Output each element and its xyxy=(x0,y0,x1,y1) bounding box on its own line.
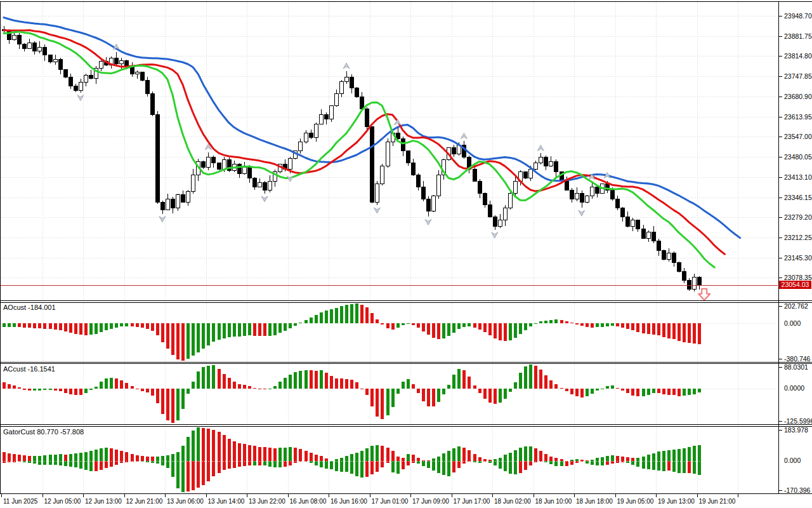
trading-chart-window: 23948.7023881.7523814.8023747.8523680.90… xyxy=(0,0,812,508)
ao-zero-label: 0.000 xyxy=(784,319,801,327)
fractal-down-icon xyxy=(425,219,431,225)
price-axis-label: 23881.75 xyxy=(784,32,812,40)
price-axis-label: 23212.25 xyxy=(784,234,812,241)
time-axis-label: 13 Jun 14:00 xyxy=(208,498,245,505)
time-axis-label: 19 Jun 21:00 xyxy=(699,498,736,505)
fractal-up-icon xyxy=(537,145,544,150)
ao-min-label: -380.746 xyxy=(784,355,811,363)
price-axis-label: 23279.20 xyxy=(784,213,812,221)
time-axis-label: 18 Jun 10:00 xyxy=(535,498,572,505)
gator-max-label: 183.978 xyxy=(784,426,808,434)
time-axis-label: 19 Jun 05:00 xyxy=(617,498,654,505)
ac-histogram xyxy=(3,364,701,423)
sell-signal-arrow-icon xyxy=(698,289,710,300)
time-axis-label: 19 Jun 13:00 xyxy=(658,498,695,505)
time-axis-label: 17 Jun 01:00 xyxy=(372,498,409,505)
fractal-up-icon xyxy=(461,133,467,138)
fractal-down-icon xyxy=(579,210,585,216)
ac-zero-label: 0.0000 xyxy=(784,384,804,392)
price-axis-label: 23680.90 xyxy=(784,93,812,100)
ac-pane-label: ACcust -16.1541 xyxy=(3,365,55,373)
fractal-down-icon xyxy=(261,196,268,202)
time-axis: 11 Jun 202512 Jun 05:0012 Jun 13:0012 Ju… xyxy=(2,494,738,505)
price-axis-label: 23613.95 xyxy=(784,113,812,121)
gator-lower-histogram xyxy=(3,461,701,492)
gator-min-label: -170.396 xyxy=(784,486,811,494)
price-axis-label: 23814.80 xyxy=(784,52,812,60)
ac-min-label: -125.5996 xyxy=(784,417,812,425)
time-axis-label: 16 Jun 16:00 xyxy=(331,498,367,505)
candles xyxy=(3,26,702,291)
time-axis-label: 13 Jun 22:00 xyxy=(249,498,285,505)
time-axis-label: 12 Jun 21:00 xyxy=(126,498,163,505)
time-axis-label: 18 Jun 18:00 xyxy=(576,498,613,505)
fractal-down-icon xyxy=(374,208,380,213)
price-axis-label: 23480.05 xyxy=(784,153,812,161)
fractal-up-icon xyxy=(343,63,350,69)
grid-lines xyxy=(1,2,778,493)
time-axis-label: 18 Jun 02:00 xyxy=(494,498,531,505)
ao-pane-label: AOcust -184.001 xyxy=(3,304,56,311)
time-axis-label: 12 Jun 13:00 xyxy=(85,498,122,505)
price-axis-label: 23346.15 xyxy=(784,194,812,201)
gator-upper-histogram xyxy=(3,427,701,462)
current-price-badge: 23054.03 xyxy=(779,281,811,289)
price-axis-label: 23747.85 xyxy=(784,72,812,80)
current-price-line xyxy=(1,286,778,300)
price-axis: 23948.7023881.7523814.8023747.8523680.90… xyxy=(778,12,812,494)
pane-borders xyxy=(0,1,812,494)
ao-max-label: 202.762 xyxy=(784,302,808,310)
time-axis-label: 17 Jun 09:00 xyxy=(412,498,449,505)
alligator-teeth-line xyxy=(4,30,725,255)
fractal-down-icon xyxy=(77,95,84,101)
fractal-down-icon xyxy=(492,232,498,238)
gator-pane-label: GatorCust 80.770 -57.808 xyxy=(3,428,84,436)
time-axis-label: 13 Jun 06:00 xyxy=(167,498,204,505)
price-axis-label: 23547.00 xyxy=(784,133,812,140)
price-axis-label: 23145.30 xyxy=(784,254,812,262)
fractal-up-icon xyxy=(395,119,401,125)
fractal-down-icon xyxy=(159,217,166,222)
time-axis-label: 17 Jun 17:00 xyxy=(454,498,490,505)
time-axis-label: 11 Jun 2025 xyxy=(3,498,38,505)
price-axis-label: 23948.70 xyxy=(784,12,812,20)
price-axis-label: 23413.10 xyxy=(784,173,812,181)
trading-chart-canvas[interactable]: 23948.7023881.7523814.8023747.8523680.90… xyxy=(0,0,812,508)
ac-max-label: 88.0301 xyxy=(784,363,808,371)
gator-zero-label: 0.000 xyxy=(784,457,801,464)
time-axis-label: 12 Jun 05:00 xyxy=(44,498,81,505)
alligator-lips-line xyxy=(4,32,714,267)
time-axis-label: 16 Jun 08:00 xyxy=(290,498,327,505)
ao-histogram xyxy=(3,304,701,361)
